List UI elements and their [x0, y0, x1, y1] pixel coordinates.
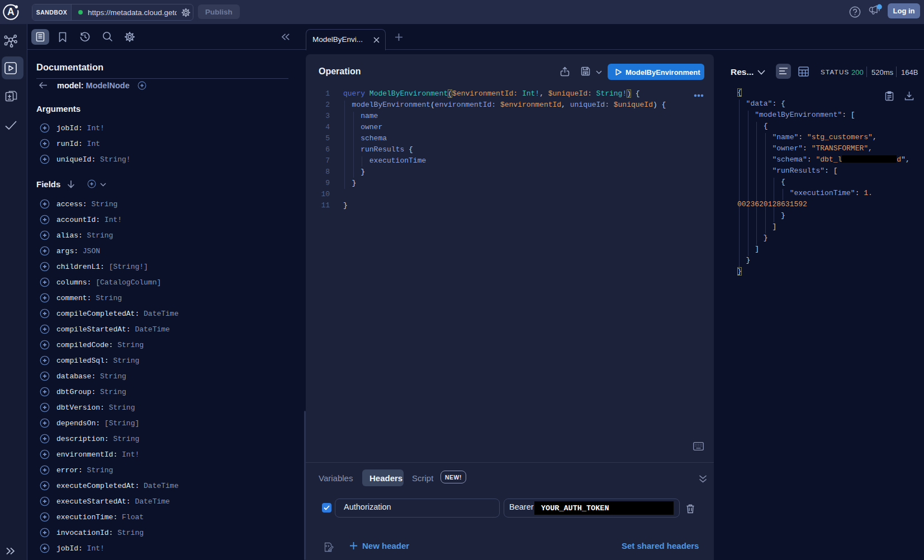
svg-text:A: A	[7, 6, 15, 17]
